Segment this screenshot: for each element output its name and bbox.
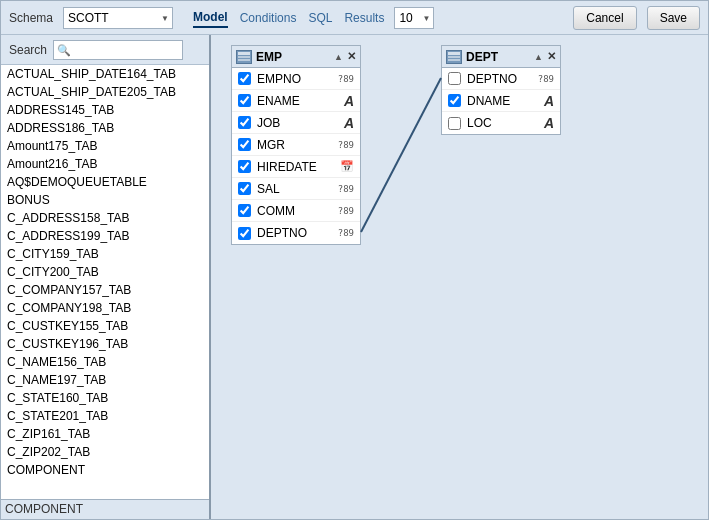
emp-row-name: ENAME: [257, 94, 340, 108]
search-input[interactable]: [53, 40, 183, 60]
svg-rect-5: [448, 59, 460, 61]
left-panel: Search 🔍 ACTUAL_SHIP_DATE164_TABACTUAL_S…: [1, 35, 211, 519]
search-icon: 🔍: [57, 43, 71, 56]
table-list-item[interactable]: ADDRESS145_TAB: [1, 101, 209, 119]
type-text-icon: A: [544, 115, 554, 131]
emp-table-row: EMPNO ?89: [232, 68, 360, 90]
table-list-item[interactable]: Amount216_TAB: [1, 155, 209, 173]
table-list-item[interactable]: C_ADDRESS199_TAB: [1, 227, 209, 245]
table-list-item[interactable]: COMPONENT: [1, 461, 209, 479]
type-text-icon: A: [344, 93, 354, 109]
dept-table-row: DNAME A: [442, 90, 560, 112]
type-text-icon: A: [544, 93, 554, 109]
table-list-item[interactable]: C_STATE160_TAB: [1, 389, 209, 407]
nav-tabs: Model Conditions SQL Results: [193, 8, 384, 28]
tab-conditions[interactable]: Conditions: [240, 9, 297, 27]
dept-row-name: LOC: [467, 116, 540, 130]
emp-row-name: COMM: [257, 204, 334, 218]
tab-model[interactable]: Model: [193, 8, 228, 28]
dept-table-row: DEPTNO ?89: [442, 68, 560, 90]
emp-table-row: HIREDATE 📅: [232, 156, 360, 178]
save-button[interactable]: Save: [647, 6, 700, 30]
emp-row-checkbox-empno[interactable]: [238, 72, 251, 85]
table-list-item[interactable]: C_NAME156_TAB: [1, 353, 209, 371]
footer-label: COMPONENT: [5, 502, 83, 516]
dept-table-icon: [446, 50, 462, 64]
table-list-item[interactable]: ACTUAL_SHIP_DATE205_TAB: [1, 83, 209, 101]
table-list-item[interactable]: C_CUSTKEY196_TAB: [1, 335, 209, 353]
emp-row-checkbox-mgr[interactable]: [238, 138, 251, 151]
table-list-item[interactable]: ADDRESS186_TAB: [1, 119, 209, 137]
dept-row-name: DNAME: [467, 94, 540, 108]
content-area: Search 🔍 ACTUAL_SHIP_DATE164_TABACTUAL_S…: [1, 35, 708, 519]
dept-row-checkbox-deptno[interactable]: [448, 72, 461, 85]
table-list-item[interactable]: AQ$DEMOQUEUETABLE: [1, 173, 209, 191]
type-num-icon: ?89: [338, 140, 354, 150]
table-list-item[interactable]: C_COMPANY198_TAB: [1, 299, 209, 317]
emp-row-checkbox-ename[interactable]: [238, 94, 251, 107]
table-list-item[interactable]: C_ADDRESS158_TAB: [1, 209, 209, 227]
emp-sort-icon[interactable]: ▲: [334, 52, 343, 62]
table-list-item[interactable]: C_COMPANY157_TAB: [1, 281, 209, 299]
emp-table-row: COMM ?89: [232, 200, 360, 222]
emp-row-checkbox-deptno[interactable]: [238, 227, 251, 240]
table-list-item[interactable]: C_STATE201_TAB: [1, 407, 209, 425]
table-list-item[interactable]: C_ZIP161_TAB: [1, 425, 209, 443]
right-panel: EMP ▲ ✕ EMPNO ?89 ENAME A JOB A MGR ?89 …: [211, 35, 708, 519]
tab-sql[interactable]: SQL: [308, 9, 332, 27]
dept-table-box: DEPT ▲ ✕ DEPTNO ?89 DNAME A LOC A: [441, 45, 561, 135]
results-select[interactable]: 10 25 50 100: [394, 7, 434, 29]
emp-table-row: JOB A: [232, 112, 360, 134]
table-list-item[interactable]: C_ZIP202_TAB: [1, 443, 209, 461]
table-list-item[interactable]: C_CITY159_TAB: [1, 245, 209, 263]
emp-row-name: JOB: [257, 116, 340, 130]
emp-close-icon[interactable]: ✕: [347, 50, 356, 63]
emp-row-checkbox-job[interactable]: [238, 116, 251, 129]
type-num-icon: ?89: [338, 74, 354, 84]
table-list: ACTUAL_SHIP_DATE164_TABACTUAL_SHIP_DATE2…: [1, 65, 209, 499]
emp-row-name: DEPTNO: [257, 226, 334, 240]
svg-rect-1: [238, 56, 250, 58]
dept-table-header: DEPT ▲ ✕: [442, 46, 560, 68]
type-num-icon: ?89: [338, 228, 354, 238]
tab-results[interactable]: Results: [344, 9, 384, 27]
emp-row-checkbox-comm[interactable]: [238, 204, 251, 217]
type-text-icon: A: [344, 115, 354, 131]
emp-row-name: EMPNO: [257, 72, 334, 86]
emp-table-row: MGR ?89: [232, 134, 360, 156]
emp-table-header: EMP ▲ ✕: [232, 46, 360, 68]
search-input-wrapper: 🔍: [53, 40, 183, 60]
emp-row-checkbox-sal[interactable]: [238, 182, 251, 195]
svg-rect-2: [238, 59, 250, 61]
type-num-icon: ?89: [538, 74, 554, 84]
dept-table-title: DEPT: [466, 50, 534, 64]
join-line: [361, 78, 441, 232]
table-list-item[interactable]: BONUS: [1, 191, 209, 209]
table-list-item[interactable]: Amount175_TAB: [1, 137, 209, 155]
table-list-item[interactable]: C_CITY200_TAB: [1, 263, 209, 281]
dept-table-row: LOC A: [442, 112, 560, 134]
table-list-item[interactable]: C_NAME197_TAB: [1, 371, 209, 389]
emp-table-title: EMP: [256, 50, 334, 64]
main-container: Schema SCOTT HR OE SH Model Conditions S…: [0, 0, 709, 520]
type-date-icon: 📅: [340, 160, 354, 173]
svg-rect-3: [448, 52, 460, 55]
emp-table-icon: [236, 50, 252, 64]
schema-select[interactable]: SCOTT HR OE SH: [63, 7, 173, 29]
dept-row-checkbox-loc[interactable]: [448, 117, 461, 130]
dept-row-checkbox-dname[interactable]: [448, 94, 461, 107]
table-list-item[interactable]: ACTUAL_SHIP_DATE164_TAB: [1, 65, 209, 83]
emp-row-checkbox-hiredate[interactable]: [238, 160, 251, 173]
search-label: Search: [9, 43, 47, 57]
cancel-button[interactable]: Cancel: [573, 6, 636, 30]
emp-row-name: MGR: [257, 138, 334, 152]
dept-close-icon[interactable]: ✕: [547, 50, 556, 63]
emp-row-name: HIREDATE: [257, 160, 336, 174]
results-select-wrapper: 10 25 50 100: [394, 7, 434, 29]
table-list-item[interactable]: C_CUSTKEY155_TAB: [1, 317, 209, 335]
dept-sort-icon[interactable]: ▲: [534, 52, 543, 62]
svg-rect-4: [448, 56, 460, 58]
type-num-icon: ?89: [338, 184, 354, 194]
dept-row-name: DEPTNO: [467, 72, 534, 86]
emp-table-box: EMP ▲ ✕ EMPNO ?89 ENAME A JOB A MGR ?89 …: [231, 45, 361, 245]
